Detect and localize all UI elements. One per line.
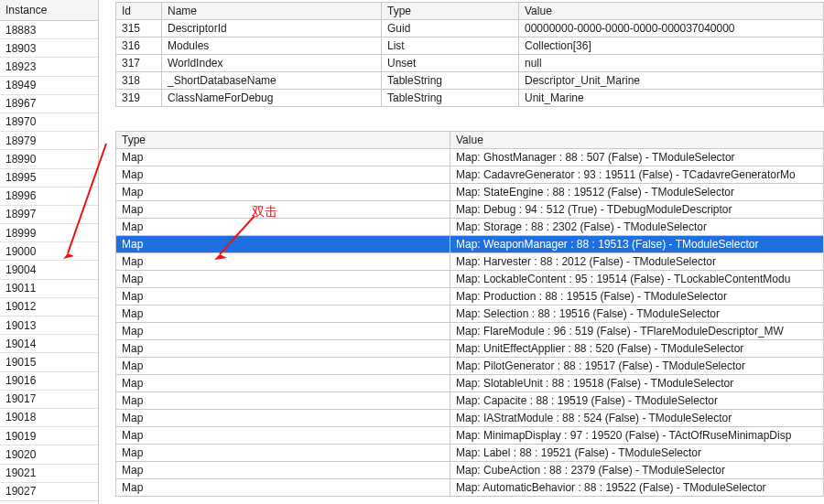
cell-type: Map (116, 462, 450, 479)
cell-type: Map (116, 271, 450, 288)
cell-value: Map: UnitEffectApplier : 88 : 520 (False… (450, 340, 824, 358)
table-row[interactable]: MapMap: Selection : 88 : 19516 (False) -… (116, 306, 824, 323)
instance-row[interactable]: 18995 (0, 169, 98, 188)
cell-name: DescriptorId (162, 20, 382, 38)
instance-row[interactable]: 19017 (0, 391, 98, 409)
table-row[interactable]: 317WorldIndexUnsetnull (116, 55, 824, 72)
col-value[interactable]: Value (450, 132, 824, 149)
cell-type: Map (116, 410, 450, 427)
cell-type: Map (116, 306, 450, 323)
table-row[interactable]: MapMap: Storage : 88 : 2302 (False) - TM… (116, 219, 824, 236)
table-row[interactable]: 318_ShortDatabaseNameTableStringDescript… (116, 72, 824, 90)
cell-name: _ShortDatabaseName (162, 72, 382, 90)
cell-type: Map (116, 375, 450, 392)
modules-grid[interactable]: Type Value MapMap: GhostManager : 88 : 5… (115, 131, 824, 497)
instance-row[interactable]: 19014 (0, 335, 98, 353)
cell-value: 00000000-0000-0000-0000-000037040000 (519, 20, 824, 38)
instance-row[interactable]: 19012 (0, 298, 98, 316)
instance-list[interactable]: 1888318903189231894918967189701897918990… (0, 21, 98, 504)
table-row[interactable]: MapMap: AutomaticBehavior : 88 : 19522 (… (116, 479, 824, 497)
instance-row[interactable]: 18903 (0, 39, 98, 58)
instance-row[interactable]: 18999 (0, 224, 98, 242)
col-value[interactable]: Value (519, 3, 824, 20)
cell-type: Map (116, 392, 450, 410)
instance-row[interactable]: 19027 (0, 483, 98, 501)
instance-row[interactable]: 18990 (0, 150, 98, 168)
cell-value: Map: Storage : 88 : 2302 (False) - TModu… (450, 219, 824, 236)
cell-value: Map: Production : 88 : 19515 (False) - T… (450, 288, 824, 306)
cell-value: Map: Selection : 88 : 19516 (False) - TM… (450, 306, 824, 323)
instance-row[interactable]: 19013 (0, 316, 98, 335)
instance-row[interactable]: 18979 (0, 132, 98, 150)
table-row[interactable]: MapMap: StateEngine : 88 : 19512 (False)… (116, 184, 824, 201)
table-row[interactable]: MapMap: PilotGenerator : 88 : 19517 (Fal… (116, 358, 824, 375)
cell-type: Guid (382, 20, 519, 38)
table-row[interactable]: MapMap: GhostManager : 88 : 507 (False) … (116, 149, 824, 166)
instance-row[interactable]: 19020 (0, 445, 98, 464)
instance-row[interactable]: 19004 (0, 261, 98, 279)
cell-type: Map (116, 166, 450, 184)
cell-id: 318 (116, 72, 162, 90)
instance-header-label: Instance (5, 4, 47, 16)
instance-row[interactable]: 19011 (0, 280, 98, 298)
table-row[interactable]: MapMap: CadavreGenerator : 93 : 19511 (F… (116, 166, 824, 184)
instance-row[interactable]: 18923 (0, 58, 98, 76)
cell-id: 315 (116, 20, 162, 38)
cell-type: Map (116, 236, 450, 253)
cell-type: TableString (382, 90, 519, 107)
table-row[interactable]: MapMap: Label : 88 : 19521 (False) - TMo… (116, 445, 824, 462)
table-row[interactable]: MapMap: MinimapDisplay : 97 : 19520 (Fal… (116, 427, 824, 445)
table-row[interactable]: 316ModulesListCollection[36] (116, 38, 824, 55)
instance-row[interactable]: 18996 (0, 188, 98, 206)
instance-row[interactable]: 19016 (0, 372, 98, 391)
cell-type: Map (116, 340, 450, 358)
col-name[interactable]: Name (162, 3, 382, 20)
instance-row[interactable]: 19015 (0, 353, 98, 371)
cell-type: Map (116, 201, 450, 219)
table-row[interactable]: 319ClassNameForDebugTableStringUnit_Mari… (116, 90, 824, 107)
table-row[interactable]: MapMap: Debug : 94 : 512 (True) - TDebug… (116, 201, 824, 219)
cell-value: Map: GhostManager : 88 : 507 (False) - T… (450, 149, 824, 166)
modules-grid-wrap: Type Value MapMap: GhostManager : 88 : 5… (115, 131, 824, 504)
cell-type: Unset (382, 55, 519, 72)
table-row[interactable]: MapMap: LockableContent : 95 : 19514 (Fa… (116, 271, 824, 288)
table-row[interactable]: MapMap: CubeAction : 88 : 2379 (False) -… (116, 462, 824, 479)
col-type[interactable]: Type (382, 3, 519, 20)
cell-name: Modules (162, 38, 382, 55)
instance-header: Instance (0, 0, 98, 21)
table-row[interactable]: MapMap: Harvester : 88 : 2012 (False) - … (116, 253, 824, 271)
instance-row[interactable]: 19000 (0, 242, 98, 261)
table-row[interactable]: MapMap: Capacite : 88 : 19519 (False) - … (116, 392, 824, 410)
cell-id: 319 (116, 90, 162, 107)
cell-value: Collection[36] (519, 38, 824, 55)
col-id[interactable]: Id (116, 3, 162, 20)
table-row[interactable]: MapMap: FlareModule : 96 : 519 (False) -… (116, 323, 824, 340)
table-row[interactable]: MapMap: Production : 88 : 19515 (False) … (116, 288, 824, 306)
instance-panel: Instance 1888318903189231894918967189701… (0, 0, 99, 504)
cell-type: List (382, 38, 519, 55)
cell-type: Map (116, 427, 450, 445)
properties-grid[interactable]: Id Name Type Value 315DescriptorIdGuid00… (115, 2, 824, 107)
cell-value: Map: Capacite : 88 : 19519 (False) - TMo… (450, 392, 824, 410)
cell-type: Map (116, 253, 450, 271)
cell-value: Map: FlareModule : 96 : 519 (False) - TF… (450, 323, 824, 340)
instance-row[interactable]: 19019 (0, 427, 98, 445)
instance-row[interactable]: 18883 (0, 21, 98, 39)
table-row[interactable]: MapMap: WeaponManager : 88 : 19513 (Fals… (116, 236, 824, 253)
instance-row[interactable]: 18949 (0, 77, 98, 95)
cell-value: Map: Harvester : 88 : 2012 (False) - TMo… (450, 253, 824, 271)
instance-row[interactable]: 18997 (0, 206, 98, 224)
instance-row[interactable]: 18967 (0, 95, 98, 113)
instance-row[interactable]: 19021 (0, 465, 98, 483)
table-row[interactable]: MapMap: IAStratModule : 88 : 524 (False)… (116, 410, 824, 427)
instance-row[interactable]: 19018 (0, 409, 98, 427)
col-type[interactable]: Type (116, 132, 450, 149)
cell-type: Map (116, 219, 450, 236)
table-row[interactable]: MapMap: SlotableUnit : 88 : 19518 (False… (116, 375, 824, 392)
table-row[interactable]: 315DescriptorIdGuid00000000-0000-0000-00… (116, 20, 824, 38)
table-row[interactable]: MapMap: UnitEffectApplier : 88 : 520 (Fa… (116, 340, 824, 358)
cell-value: Map: CubeAction : 88 : 2379 (False) - TM… (450, 462, 824, 479)
cell-type: Map (116, 184, 450, 201)
instance-row[interactable]: 18970 (0, 113, 98, 132)
cell-value: Map: PilotGenerator : 88 : 19517 (False)… (450, 358, 824, 375)
